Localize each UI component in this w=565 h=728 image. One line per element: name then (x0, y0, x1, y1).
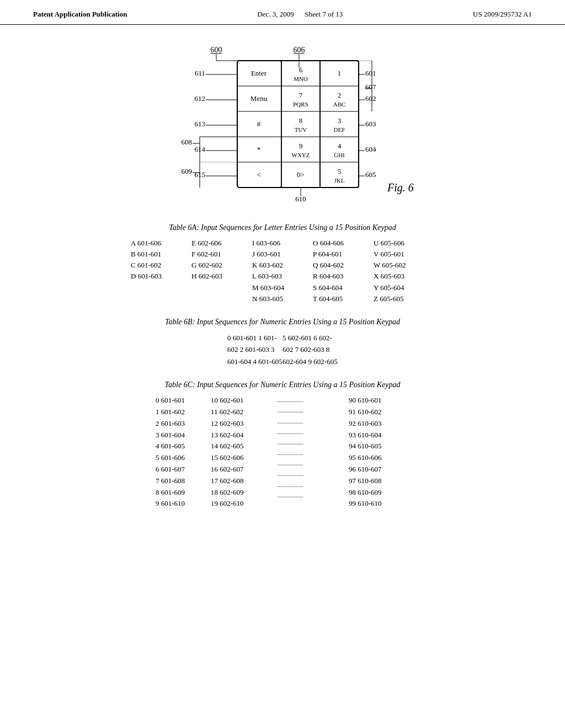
list-item: 13 602-604 (211, 430, 277, 441)
key-tuv: TUV (295, 126, 307, 133)
table-6a-col4: O 604-606 P 604-601 Q 604-602 R 604-603 … (313, 238, 374, 304)
header-date: Dec. 3, 2009 (257, 10, 294, 18)
table-6c-col4: 90 610-601 91 610-602 92 610-603 93 610-… (349, 395, 409, 510)
list-item: C 601-602 (131, 260, 191, 271)
list-item: ................... (277, 490, 349, 501)
key-mno: MNO (294, 76, 308, 82)
list-item: 12 602-603 (211, 418, 277, 430)
key-menu: Menu (250, 94, 268, 103)
key-abc: ABC (333, 101, 346, 108)
list-item: 96 610-607 (349, 464, 409, 475)
label-610: 610 (295, 195, 306, 203)
key-hash: # (257, 120, 261, 128)
label-612: 612 (195, 94, 206, 103)
list-item: ................... (277, 469, 349, 479)
list-item: 5 601-606 (156, 452, 211, 464)
list-item: L 603-603 (252, 271, 313, 282)
key-ghi: GHI (334, 152, 345, 158)
table-6b: 0 601-601 1 601-602 2 601-603 3 601-604 … (33, 332, 532, 367)
list-item: ................... (277, 448, 349, 458)
header-patent-number: US 2009/295732 A1 (473, 10, 532, 19)
list-item: ................... (277, 458, 349, 469)
list-item: 1 601-602 (156, 406, 211, 418)
list-item: E 602-606 (191, 238, 252, 249)
list-item: 10 602-601 (211, 395, 277, 406)
list-item: 95 610-606 (349, 452, 409, 464)
list-item: ................... (277, 427, 349, 437)
list-item: 9 601-610 (156, 498, 211, 510)
label-602: 602 (365, 94, 376, 103)
list-item: ................... (277, 395, 349, 405)
table-6c-inner: 0 601-601 1 601-602 2 601-603 3 601-604 … (156, 395, 409, 510)
list-item: P 604-601 (313, 249, 374, 260)
table-6b-inner: 0 601-601 1 601-602 2 601-603 3 601-604 … (227, 332, 338, 367)
table-6a-section: Table 6A: Input Sequences for Letter Ent… (33, 223, 532, 304)
label-607: 607 (365, 83, 376, 91)
key-1: 1 (338, 69, 342, 77)
table-6a-col5: U 605-606 V 605-601 W 605-602 X 605-603 … (374, 238, 434, 304)
list-item: 0 601-601 (156, 395, 211, 406)
list-item: K 603-602 (252, 260, 313, 271)
list-item: 99 610-610 (349, 498, 409, 510)
list-item: 15 602-606 (211, 452, 277, 464)
list-item: A 601-606 (131, 238, 191, 249)
list-item: ................... (277, 405, 349, 416)
key-6: 6 (299, 66, 303, 74)
page-header: Patent Application Publication Dec. 3, 2… (0, 0, 565, 25)
header-date-sheet: Dec. 3, 2009 Sheet 7 of 13 (257, 10, 343, 19)
key-8: 8 (299, 116, 303, 125)
table-6a-col1: A 601-606 B 601-601 C 601-602 D 601-603 (131, 238, 191, 304)
list-item: Z 605-605 (374, 293, 434, 304)
table-6a-col2: E 602-606 F 602-601 G 602-602 H 602-603 (191, 238, 252, 304)
key-enter: Enter (251, 69, 267, 77)
list-item: Q 604-602 (313, 260, 374, 271)
list-item: Y 605-604 (374, 282, 434, 293)
label-601: 601 (365, 69, 376, 77)
list-item: U 605-606 (374, 238, 434, 249)
list-item: B 601-601 (131, 249, 191, 260)
list-item: G 602-602 (191, 260, 252, 271)
label-608: 608 (182, 138, 193, 146)
list-item: V 605-601 (374, 249, 434, 260)
key-star: * (257, 145, 261, 153)
list-item: 11 602-602 (211, 406, 277, 418)
key-def: DEF (334, 126, 345, 133)
table-6b-title: Table 6B: Input Sequences for Numeric En… (33, 318, 532, 326)
key-9: 9 (299, 142, 303, 150)
table-6a-col3: I 603-606 J 603-601 K 603-602 L 603-603 … (252, 238, 313, 304)
key-wxyz: WXYZ (292, 152, 310, 158)
list-item: D 601-603 (131, 271, 191, 282)
list-item: N 603-605 (252, 293, 313, 304)
figure-6-diagram: 600 606 (150, 41, 415, 207)
list-item: 17 602-608 (211, 475, 277, 487)
list-item: 3 601-604 (156, 430, 211, 441)
label-611: 611 (195, 69, 205, 77)
list-item: 2 601-603 (156, 418, 211, 430)
list-item: W 605-602 (374, 260, 434, 271)
label-604: 604 (365, 145, 376, 153)
list-item: 92 610-603 (349, 418, 409, 430)
label-600: 600 (211, 46, 222, 54)
list-item: 98 610-609 (349, 487, 409, 499)
list-item: 94 610-605 (349, 441, 409, 452)
table-6c-col2: 10 602-601 11 602-602 12 602-603 13 602-… (211, 395, 277, 510)
key-pqrs: PQRS (293, 101, 308, 108)
list-item: R 604-603 (313, 271, 374, 282)
list-item: 93 610-604 (349, 430, 409, 441)
table-6a: A 601-606 B 601-601 C 601-602 D 601-603 … (33, 238, 532, 304)
list-item: 7 602-603 (295, 345, 324, 354)
key-3: 3 (338, 116, 342, 125)
list-item: 19 602-610 (211, 498, 277, 510)
list-item: 6 601-607 (156, 464, 211, 475)
table-6c-col1: 0 601-601 1 601-602 2 601-603 3 601-604 … (156, 395, 211, 510)
key-7: 7 (299, 91, 303, 99)
list-item: S 604-604 (313, 282, 374, 293)
list-item: 5 602-601 (282, 334, 312, 342)
table-6a-inner: A 601-606 B 601-601 C 601-602 D 601-603 … (131, 238, 434, 304)
list-item: O 604-606 (313, 238, 374, 249)
list-item: H 602-603 (191, 271, 252, 282)
list-item: M 603-604 (252, 282, 313, 293)
list-item: ................... (277, 437, 349, 448)
table-6b-section: Table 6B: Input Sequences for Numeric En… (33, 318, 532, 367)
key-lt: < (257, 170, 260, 179)
